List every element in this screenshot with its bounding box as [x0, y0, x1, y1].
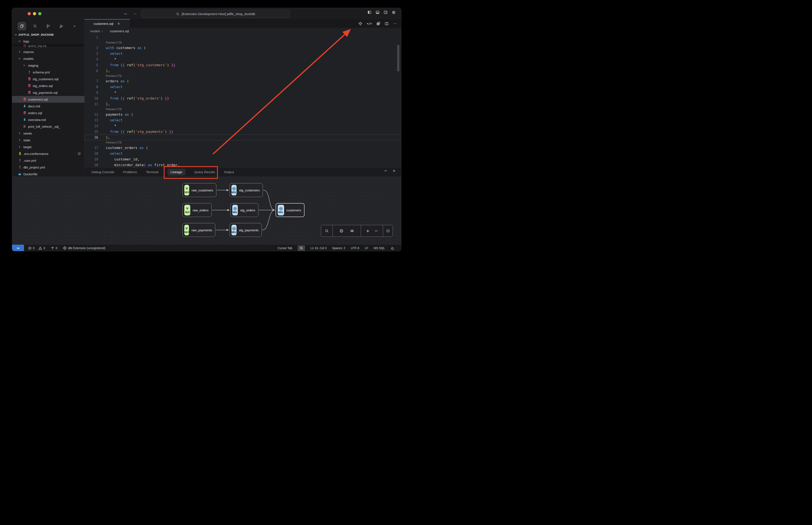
folder-models[interactable]: models: [12, 55, 85, 62]
status-item-ms-sql[interactable]: MS SQL: [374, 246, 385, 250]
status-item-cursor-tab[interactable]: Cursor Tab: [278, 246, 292, 250]
folder-target[interactable]: target: [12, 144, 85, 150]
breadcrumb-folder[interactable]: models: [90, 30, 100, 33]
activity-bar: [12, 19, 84, 31]
chevron-down-icon: [18, 57, 21, 60]
panel-tab-output[interactable]: Output: [224, 170, 234, 174]
status-item-ln-16-col-3[interactable]: Ln 16, Col 3: [310, 246, 327, 250]
lineage-node-stg_orders[interactable]: MDLstg_orders: [231, 203, 259, 217]
lineage-toolbar: +−: [321, 225, 393, 237]
file-overview-md[interactable]: overview.md: [12, 116, 85, 123]
lineage-node-customers[interactable]: MDLcustomers: [276, 203, 305, 217]
folder-macros[interactable]: macros: [12, 48, 85, 55]
status-item[interactable]: [390, 246, 394, 250]
file--user-yml[interactable]: !.user.yml: [12, 157, 85, 164]
status-item[interactable]: [298, 245, 305, 251]
traffic-light-close[interactable]: [28, 12, 31, 15]
file-schema-yml[interactable]: !schema.yml: [12, 69, 85, 76]
file-label: stg_payments.sql: [33, 91, 58, 94]
command-center-search[interactable]: [Extension Development Host] jaffle_shop…: [141, 10, 290, 18]
file-label: Dockerfile: [23, 172, 38, 176]
status-item[interactable]: 0: [51, 246, 58, 250]
code-line-12: 12payments as (: [85, 111, 401, 117]
node-label: raw_payments: [191, 228, 212, 232]
status-item-spaces-2[interactable]: Spaces: 2: [332, 246, 345, 250]
ellipsis-icon[interactable]: ⋯: [393, 21, 397, 26]
file-orders-sql[interactable]: orders.sql: [12, 109, 85, 116]
file-query-log-sq[interactable]: query_log.sq: [12, 45, 85, 48]
dbt-icon[interactable]: [358, 21, 362, 26]
status-item[interactable]: dbt Extension (unregistered): [63, 246, 105, 250]
panel-tab-problems[interactable]: Problems: [123, 170, 137, 174]
chevron-down-icon: [23, 64, 26, 67]
file-stg-payments-sql[interactable]: stg_payments.sql: [12, 89, 85, 96]
forward-icon[interactable]: →: [133, 11, 137, 16]
remote-indicator[interactable]: ><: [12, 245, 24, 252]
lineage-node-stg_customers[interactable]: MDLstg_customers: [230, 183, 263, 197]
docker-icon: [18, 172, 22, 176]
tab-customers-sql[interactable]: customers.sql ✕: [85, 19, 130, 28]
file-print-full-refresh-sql-[interactable]: print_full_refresh._sql_: [12, 123, 85, 130]
file-dbt-project-yml[interactable]: !dbt_project.yml: [12, 164, 85, 170]
codelens-preview-cte[interactable]: Preview CTE: [85, 107, 401, 111]
code-tag-icon[interactable]: </>: [367, 21, 372, 26]
lineage-node-raw_customers[interactable]: SEDraw_customers: [182, 183, 216, 197]
file-label: stg_customers.sql: [33, 77, 58, 81]
layout-right-icon[interactable]: [384, 11, 387, 14]
eye-icon[interactable]: [350, 229, 354, 233]
traffic-light-minimize[interactable]: [33, 12, 36, 15]
close-icon[interactable]: [392, 169, 396, 173]
zoom-in-button[interactable]: +: [366, 228, 369, 234]
file-customers-sql[interactable]: customers.sql: [12, 96, 85, 103]
breadcrumb-file[interactable]: customers.sql: [110, 30, 129, 33]
query-results-icon[interactable]: [377, 21, 380, 26]
file-stg-customers-sql[interactable]: stg_customers.sql: [12, 76, 85, 82]
layout-sidebar-icon[interactable]: [368, 11, 371, 14]
exclaim-icon: !: [18, 159, 22, 162]
line-number: 4: [85, 57, 98, 62]
explorer-root[interactable]: JAFFLE_SHOP_DUCKDB: [12, 31, 85, 38]
file--env-conformance[interactable]: $.env.conformance: [12, 150, 85, 157]
search-icon[interactable]: [325, 229, 329, 233]
activity-source-control-icon[interactable]: [44, 22, 53, 30]
aperture-icon[interactable]: [340, 229, 343, 233]
codelens-preview-cte[interactable]: Preview CTE: [85, 140, 401, 145]
lineage-node-raw_orders[interactable]: SEDraw_orders: [182, 203, 212, 217]
activity-debug-icon[interactable]: [57, 22, 65, 30]
panel-tab-terminal[interactable]: Terminal: [146, 170, 158, 174]
breadcrumb[interactable]: models › customers.sql: [85, 28, 401, 34]
folder-state[interactable]: state: [12, 137, 85, 144]
gear-icon[interactable]: [392, 11, 396, 14]
close-tab-icon[interactable]: ✕: [117, 22, 120, 26]
zoom-out-button[interactable]: −: [374, 228, 378, 234]
layout-panel-icon[interactable]: [375, 11, 380, 14]
chevron-up-icon[interactable]: [384, 169, 387, 173]
panel-tab-debug-console[interactable]: Debug Console: [91, 170, 114, 174]
refresh-icon[interactable]: [386, 229, 390, 233]
editor-scrollbar[interactable]: [397, 45, 399, 71]
split-editor-icon[interactable]: [385, 21, 388, 26]
status-item-utf-8[interactable]: UTF-8: [351, 246, 359, 250]
status-item[interactable]: 0: [28, 246, 34, 250]
activity-chevron-down-icon[interactable]: [70, 22, 79, 30]
status-item-lf[interactable]: LF: [365, 246, 368, 250]
code-editor[interactable]: 1Preview CTE2with customers as (3 select…: [85, 34, 401, 167]
chevron-down-icon: [73, 24, 76, 28]
activity-files-icon[interactable]: [18, 22, 26, 30]
lineage-toolbar-group: [383, 225, 393, 237]
file-docs-md[interactable]: docs.md: [12, 103, 85, 109]
lineage-node-stg_payments[interactable]: MDLstg_payments: [230, 223, 262, 237]
file-stg-orders-sql[interactable]: stg_orders.sql: [12, 82, 85, 89]
traffic-light-zoom[interactable]: [38, 12, 41, 15]
back-icon[interactable]: ←: [123, 11, 128, 16]
status-item[interactable]: 0: [39, 246, 45, 250]
codelens-preview-cte[interactable]: Preview CTE: [85, 74, 401, 78]
activity-search-icon[interactable]: [31, 22, 39, 30]
folder-logs[interactable]: logs: [12, 38, 85, 45]
codelens-preview-cte[interactable]: Preview CTE: [85, 40, 401, 45]
lineage-node-raw_payments[interactable]: SEDraw_payments: [182, 223, 215, 237]
lineage-canvas[interactable]: SEDraw_customersMDLstg_customersSEDraw_o…: [12, 176, 401, 244]
folder-seeds[interactable]: seeds: [12, 130, 85, 137]
cube-icon: [232, 187, 236, 191]
folder-staging[interactable]: staging: [12, 62, 85, 69]
